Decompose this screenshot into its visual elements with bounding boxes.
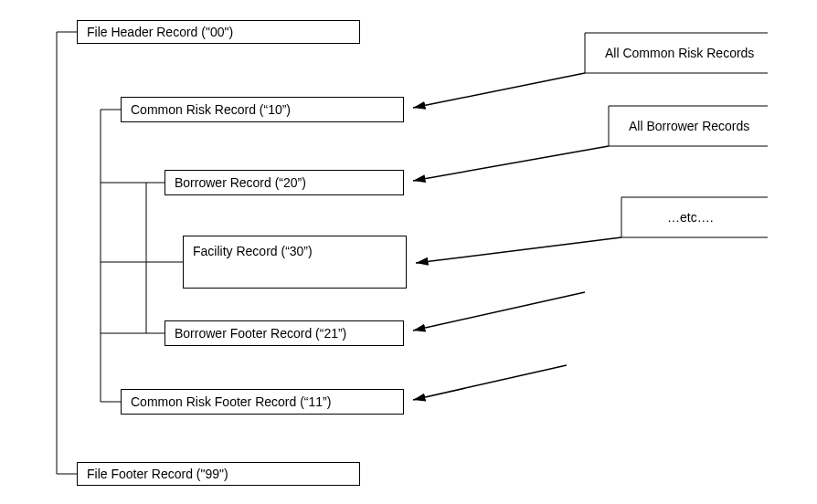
box-borrower-footer: Borrower Footer Record (“21”) bbox=[164, 320, 404, 346]
box-label: File Footer Record ("99") bbox=[87, 467, 228, 481]
arrows bbox=[0, 0, 817, 504]
box-facility: Facility Record (“30”) bbox=[183, 236, 407, 289]
box-common-risk: Common Risk Record (“10”) bbox=[121, 97, 404, 122]
box-file-footer: File Footer Record ("99") bbox=[77, 462, 360, 486]
svg-line-25 bbox=[413, 292, 585, 331]
svg-line-24 bbox=[416, 237, 621, 263]
callout-brackets bbox=[0, 0, 817, 504]
box-label: Borrower Record (“20”) bbox=[175, 175, 306, 190]
box-label: Common Risk Footer Record (“11”) bbox=[131, 394, 331, 409]
record-hierarchy-diagram: File Header Record ("00") Common Risk Re… bbox=[0, 0, 817, 504]
box-label: Common Risk Record (“10”) bbox=[131, 102, 291, 117]
box-borrower: Borrower Record (“20”) bbox=[164, 170, 404, 195]
box-common-risk-footer: Common Risk Footer Record (“11”) bbox=[121, 389, 404, 415]
box-label: Facility Record (“30”) bbox=[193, 244, 313, 258]
tree-connectors bbox=[0, 0, 817, 504]
svg-line-23 bbox=[413, 146, 609, 181]
box-label: File Header Record ("00") bbox=[87, 25, 233, 39]
box-file-header: File Header Record ("00") bbox=[77, 20, 360, 44]
svg-line-26 bbox=[413, 365, 567, 400]
svg-line-22 bbox=[413, 73, 585, 108]
callout-all-common-risk: All Common Risk Records bbox=[605, 46, 754, 60]
callout-etc: …etc…. bbox=[667, 210, 714, 225]
callout-all-borrower: All Borrower Records bbox=[629, 119, 749, 133]
box-label: Borrower Footer Record (“21”) bbox=[175, 326, 346, 341]
